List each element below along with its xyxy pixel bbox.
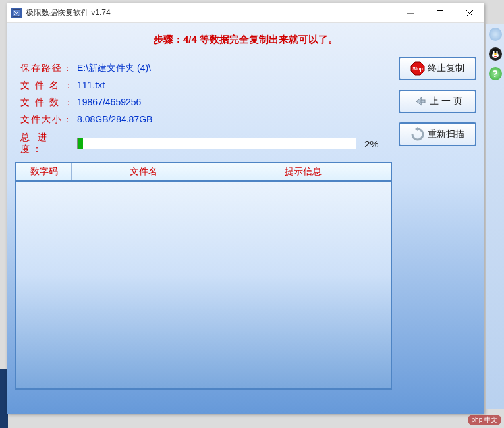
refresh-icon [410, 127, 425, 142]
title-bar[interactable]: 极限数据恢复软件 v1.74 [7, 3, 484, 23]
svg-point-13 [494, 53, 497, 55]
app-icon [11, 8, 22, 18]
minimize-button[interactable] [395, 3, 425, 22]
progress-fill [78, 138, 83, 149]
step-title: 步骤：4/4 等数据完全复制出来就可以了。 [15, 34, 476, 46]
window-title: 极限数据恢复软件 v1.74 [26, 7, 395, 18]
svg-rect-7 [421, 100, 425, 103]
filesize-label: 文件大小： [20, 111, 77, 128]
watermark: php 中文 [468, 415, 501, 425]
side-toolbar: ? [486, 24, 504, 409]
svg-point-11 [493, 51, 494, 53]
arrow-left-icon [412, 94, 427, 109]
monitor-icon[interactable] [489, 28, 502, 41]
column-header-message[interactable]: 提示信息 [215, 163, 391, 180]
progress-percent: 2% [364, 138, 387, 149]
progress-bar [77, 138, 356, 149]
progress-row: 总 进 度： 2% [15, 130, 392, 161]
rescan-button[interactable]: 重新扫描 [399, 122, 476, 146]
column-header-code[interactable]: 数字码 [16, 163, 72, 180]
save-path-value: E:\新建文件夹 (4)\ [77, 59, 151, 76]
stop-copy-button[interactable]: Stop 终止复制 [399, 57, 476, 80]
progress-label: 总 进 度： [20, 132, 77, 155]
app-window: 极限数据恢复软件 v1.74 步骤：4/4 等数据完全复制出来就可以了。 保存路… [7, 3, 484, 414]
qq-icon[interactable] [489, 47, 502, 61]
stop-icon: Stop [410, 61, 425, 76]
table-header: 数字码 文件名 提示信息 [15, 162, 392, 180]
filecount-label: 文 件 数 ： [20, 94, 77, 111]
close-button[interactable] [455, 3, 484, 22]
column-header-filename[interactable]: 文件名 [72, 163, 215, 180]
filename-label: 文 件 名 ： [20, 76, 77, 94]
svg-text:Stop: Stop [412, 67, 423, 72]
prev-page-button[interactable]: 上 一 页 [399, 90, 476, 113]
filename-value: 111.txt [77, 76, 105, 94]
svg-rect-14 [494, 56, 497, 57]
svg-point-12 [496, 51, 497, 53]
content-area: 步骤：4/4 等数据完全复制出来就可以了。 保存路径： E:\新建文件夹 (4)… [7, 23, 484, 414]
right-panel: Stop 终止复制 上 一 页 重新扫描 [399, 55, 476, 390]
stop-button-label: 终止复制 [428, 63, 464, 74]
table-body [15, 180, 392, 390]
filecount-value: 19867/4659256 [77, 94, 141, 111]
maximize-button[interactable] [425, 3, 455, 22]
info-block: 保存路径： E:\新建文件夹 (4)\ 文 件 名 ： 111.txt 文 件 … [15, 55, 392, 130]
results-table: 数字码 文件名 提示信息 [15, 162, 392, 390]
save-path-label: 保存路径： [20, 59, 77, 76]
svg-rect-2 [437, 10, 443, 16]
left-panel: 保存路径： E:\新建文件夹 (4)\ 文 件 名 ： 111.txt 文 件 … [15, 55, 392, 390]
window-controls [395, 3, 484, 22]
svg-marker-8 [415, 127, 418, 131]
rescan-button-label: 重新扫描 [428, 128, 464, 140]
filesize-value: 8.08GB/284.87GB [77, 111, 152, 128]
help-icon[interactable]: ? [489, 67, 502, 80]
prev-button-label: 上 一 页 [430, 95, 462, 107]
